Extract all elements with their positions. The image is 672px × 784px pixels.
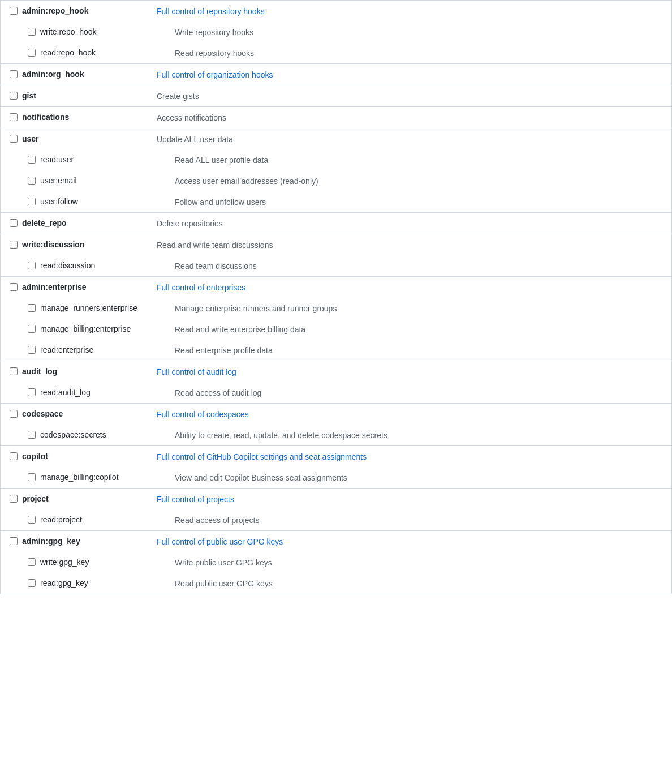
checkbox-delete-repo[interactable] [10,219,18,227]
child-perm-name-user-2: user:follow [40,197,78,206]
checkbox-write-discussion[interactable] [10,241,18,249]
permission-section-copilot: copilotFull control of GitHub Copilot se… [1,446,671,489]
parent-row-delete-repo: delete_repoDelete repositories [1,213,671,234]
perm-desc-write-discussion: Read and write team discussions [157,240,662,250]
child-perm-name-admin-enterprise-1: manage_billing:enterprise [40,324,131,333]
perm-desc-project: Full control of projects [157,494,662,504]
permissions-table: admin:repo_hookFull control of repositor… [0,0,672,594]
parent-row-codespace: codespaceFull control of codespaces [1,404,671,425]
child-row-admin-repo-hook-0: write:repo_hookWrite repository hooks [1,22,671,42]
perm-name-admin-org-hook: admin:org_hook [22,70,84,79]
child-perm-desc-codespace-0: Ability to create, read, update, and del… [175,430,662,440]
child-checkbox-admin-repo-hook-0[interactable] [28,28,36,36]
child-perm-name-write-discussion-0: read:discussion [40,261,95,270]
parent-row-audit-log: audit_logFull control of audit log [1,361,671,382]
child-checkbox-project-0[interactable] [28,516,36,524]
perm-desc-audit-log: Full control of audit log [157,367,662,376]
permission-section-codespace: codespaceFull control of codespacescodes… [1,404,671,446]
checkbox-copilot[interactable] [10,452,18,460]
child-checkbox-audit-log-0[interactable] [28,388,36,396]
child-checkbox-admin-enterprise-2[interactable] [28,346,36,354]
checkbox-project[interactable] [10,495,18,503]
child-perm-desc-copilot-0: View and edit Copilot Business seat assi… [175,473,662,482]
perm-desc-admin-org-hook: Full control of organization hooks [157,70,662,79]
perm-desc-notifications: Access notifications [157,113,662,122]
child-row-admin-enterprise-1: manage_billing:enterpriseRead and write … [1,319,671,340]
perm-name-gist: gist [22,91,36,100]
child-checkbox-user-0[interactable] [28,156,36,164]
child-checkbox-col-codespace-0: codespace:secrets [28,430,175,439]
child-checkbox-admin-enterprise-1[interactable] [28,325,36,333]
checkbox-admin-repo-hook[interactable] [10,7,18,15]
checkbox-admin-gpg-key[interactable] [10,537,18,545]
child-perm-desc-user-0: Read ALL user profile data [175,155,662,165]
checkbox-col-gist: gist [10,91,157,100]
parent-row-user: userUpdate ALL user data [1,128,671,149]
checkbox-col-admin-gpg-key: admin:gpg_key [10,537,157,546]
child-checkbox-codespace-0[interactable] [28,431,36,439]
perm-name-admin-enterprise: admin:enterprise [22,282,87,292]
checkbox-col-copilot: copilot [10,452,157,461]
child-checkbox-admin-repo-hook-1[interactable] [28,49,36,57]
checkbox-audit-log[interactable] [10,367,18,375]
checkbox-codespace[interactable] [10,410,18,418]
child-row-copilot-0: manage_billing:copilotView and edit Copi… [1,467,671,488]
parent-row-admin-org-hook: admin:org_hookFull control of organizati… [1,64,671,85]
child-perm-desc-admin-enterprise-2: Read enterprise profile data [175,345,662,355]
checkbox-gist[interactable] [10,92,18,100]
child-checkbox-col-admin-enterprise-2: read:enterprise [28,345,175,354]
child-perm-desc-admin-gpg-key-1: Read public user GPG keys [175,579,662,588]
permission-section-user: userUpdate ALL user dataread:userRead AL… [1,128,671,213]
child-perm-desc-write-discussion-0: Read team discussions [175,261,662,271]
permission-section-admin-repo-hook: admin:repo_hookFull control of repositor… [1,1,671,64]
child-checkbox-col-admin-repo-hook-1: read:repo_hook [28,48,175,57]
permission-section-delete-repo: delete_repoDelete repositories [1,213,671,234]
checkbox-notifications[interactable] [10,113,18,121]
checkbox-col-admin-repo-hook: admin:repo_hook [10,6,157,15]
child-checkbox-col-admin-enterprise-1: manage_billing:enterprise [28,324,175,333]
child-perm-desc-admin-enterprise-1: Read and write enterprise billing data [175,324,662,334]
perm-name-audit-log: audit_log [22,367,57,376]
perm-name-user: user [22,134,39,143]
checkbox-col-admin-enterprise: admin:enterprise [10,282,157,292]
child-checkbox-col-project-0: read:project [28,515,175,524]
perm-name-write-discussion: write:discussion [22,240,84,249]
permission-section-write-discussion: write:discussionRead and write team disc… [1,234,671,277]
child-perm-name-admin-repo-hook-1: read:repo_hook [40,48,96,57]
child-checkbox-admin-gpg-key-0[interactable] [28,558,36,566]
checkbox-col-delete-repo: delete_repo [10,219,157,228]
child-checkbox-col-copilot-0: manage_billing:copilot [28,473,175,482]
child-row-user-1: user:emailAccess user email addresses (r… [1,170,671,191]
checkbox-col-codespace: codespace [10,409,157,418]
perm-name-delete-repo: delete_repo [22,219,67,228]
child-checkbox-admin-gpg-key-1[interactable] [28,579,36,587]
child-checkbox-col-admin-enterprise-0: manage_runners:enterprise [28,303,175,312]
permission-section-project: projectFull control of projectsread:proj… [1,489,671,531]
child-checkbox-write-discussion-0[interactable] [28,262,36,269]
checkbox-col-write-discussion: write:discussion [10,240,157,249]
permission-section-admin-enterprise: admin:enterpriseFull control of enterpri… [1,277,671,361]
child-perm-desc-admin-enterprise-0: Manage enterprise runners and runner gro… [175,303,662,313]
checkbox-admin-enterprise[interactable] [10,283,18,291]
parent-row-admin-enterprise: admin:enterpriseFull control of enterpri… [1,277,671,298]
perm-desc-codespace: Full control of codespaces [157,409,662,419]
child-row-codespace-0: codespace:secretsAbility to create, read… [1,425,671,445]
checkbox-col-audit-log: audit_log [10,367,157,376]
permission-section-admin-org-hook: admin:org_hookFull control of organizati… [1,64,671,85]
perm-name-notifications: notifications [22,113,69,122]
child-perm-desc-audit-log-0: Read access of audit log [175,388,662,397]
child-row-user-2: user:followFollow and unfollow users [1,191,671,212]
child-row-admin-enterprise-0: manage_runners:enterpriseManage enterpri… [1,298,671,319]
child-perm-desc-admin-repo-hook-1: Read repository hooks [175,48,662,58]
child-perm-name-copilot-0: manage_billing:copilot [40,473,119,482]
child-checkbox-user-1[interactable] [28,177,36,185]
child-checkbox-admin-enterprise-0[interactable] [28,304,36,312]
child-checkbox-user-2[interactable] [28,198,36,205]
perm-name-admin-repo-hook: admin:repo_hook [22,6,88,15]
child-checkbox-copilot-0[interactable] [28,473,36,481]
perm-name-codespace: codespace [22,409,63,418]
checkbox-admin-org-hook[interactable] [10,70,18,78]
checkbox-user[interactable] [10,135,18,143]
child-perm-name-audit-log-0: read:audit_log [40,388,91,397]
child-perm-name-admin-gpg-key-1: read:gpg_key [40,579,88,588]
